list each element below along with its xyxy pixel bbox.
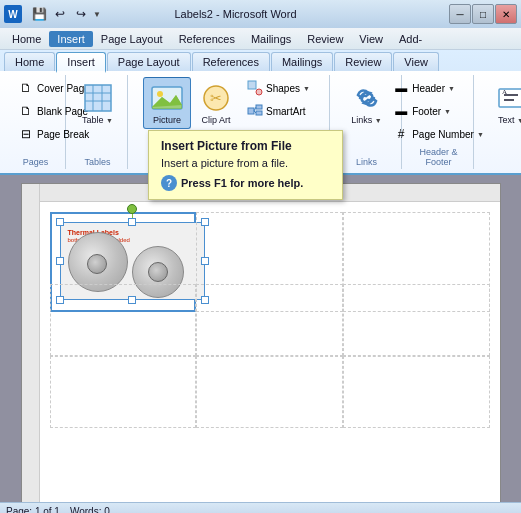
qat-undo-button[interactable]: ↩ xyxy=(51,5,69,23)
label-cell-9[interactable] xyxy=(343,356,490,428)
qat-dropdown-arrow[interactable]: ▼ xyxy=(93,10,101,19)
links-label: Links ▼ xyxy=(351,115,381,125)
rotate-handle[interactable] xyxy=(127,204,137,214)
menu-insert[interactable]: Insert xyxy=(49,31,93,47)
shapes-caret: ▼ xyxy=(303,85,310,92)
tab-references[interactable]: References xyxy=(192,52,270,71)
window-controls: ─ □ ✕ xyxy=(449,4,517,24)
header-footer-col: ▬ Header ▼ ▬ Footer ▼ # Page Number ▼ xyxy=(387,77,490,145)
header-label: Header xyxy=(412,83,445,94)
textbox-button[interactable]: A Text ▼ xyxy=(487,77,521,129)
footer-label: Footer xyxy=(412,106,441,117)
header-button[interactable]: ▬ Header ▼ xyxy=(387,77,490,99)
tab-home[interactable]: Home xyxy=(4,52,55,71)
roll-1-inner xyxy=(148,262,168,282)
menu-home[interactable]: Home xyxy=(4,31,49,47)
links-button[interactable]: Links ▼ xyxy=(343,77,391,129)
handle-top-left[interactable] xyxy=(56,218,64,226)
svg-rect-9 xyxy=(248,81,256,89)
ribbon-tabs: Home Insert Page Layout References Maili… xyxy=(0,52,521,71)
smartart-button[interactable]: SmartArt xyxy=(241,100,316,122)
picture-label: Picture xyxy=(153,115,181,125)
menu-view[interactable]: View xyxy=(351,31,391,47)
clip-art-icon: ✂ xyxy=(199,81,233,115)
handle-bottom-middle[interactable] xyxy=(128,296,136,304)
label-grid: ✛ Thermal Labels both rolls and fanfolde… xyxy=(40,202,500,502)
svg-rect-12 xyxy=(256,105,262,109)
word-count: Words: 0 xyxy=(70,506,110,513)
picture-icon xyxy=(150,81,184,115)
svg-rect-13 xyxy=(256,111,262,115)
menu-references[interactable]: References xyxy=(171,31,243,47)
maximize-button[interactable]: □ xyxy=(472,4,494,24)
svg-point-6 xyxy=(157,91,163,97)
ribbon-group-header-footer: ▬ Header ▼ ▬ Footer ▼ # Page Number ▼ He… xyxy=(404,75,474,169)
footer-caret: ▼ xyxy=(444,108,451,115)
ribbon-group-pages: 🗋 Cover Page ▼ 🗋 Blank Page ⊟ Page Break… xyxy=(6,75,66,169)
ribbon-group-tables: Table ▼ Tables xyxy=(68,75,128,169)
header-footer-group-label: Header & Footer xyxy=(410,145,467,167)
page-number-button[interactable]: # Page Number ▼ xyxy=(387,123,490,145)
menu-page-layout[interactable]: Page Layout xyxy=(93,31,171,47)
page-info: Page: 1 of 1 xyxy=(6,506,60,513)
footer-icon: ▬ xyxy=(393,103,409,119)
header-caret: ▼ xyxy=(448,85,455,92)
shapes-button[interactable]: Shapes ▼ xyxy=(241,77,316,99)
pages-group-label: Pages xyxy=(23,155,49,167)
roll-2-inner xyxy=(87,254,107,274)
document-area: ✛ Thermal Labels both rolls and fanfolde… xyxy=(0,175,521,502)
tooltip-help-text: Press F1 for more help. xyxy=(181,177,303,189)
tooltip-help: ? Press F1 for more help. xyxy=(161,175,330,191)
shapes-label: Shapes xyxy=(266,83,300,94)
header-icon: ▬ xyxy=(393,80,409,96)
ruler-left xyxy=(22,184,40,502)
textbox-icon: A xyxy=(494,81,521,115)
tab-mailings[interactable]: Mailings xyxy=(271,52,333,71)
tab-view[interactable]: View xyxy=(393,52,439,71)
blank-page-icon: 🗋 xyxy=(18,103,34,119)
minimize-button[interactable]: ─ xyxy=(449,4,471,24)
svg-rect-11 xyxy=(248,108,254,114)
menu-bar: Home Insert Page Layout References Maili… xyxy=(0,28,521,50)
label-cell-8[interactable] xyxy=(196,356,343,428)
label-cell-4[interactable] xyxy=(50,284,197,356)
page-number-icon: # xyxy=(393,126,409,142)
picture-button[interactable]: Picture xyxy=(143,77,191,129)
handle-bottom-left[interactable] xyxy=(56,296,64,304)
title-bar: W 💾 ↩ ↪ ▼ Labels2 - Microsoft Word ─ □ ✕ xyxy=(0,0,521,28)
page-number-label: Page Number xyxy=(412,129,474,140)
qat-save-button[interactable]: 💾 xyxy=(30,5,48,23)
svg-text:✂: ✂ xyxy=(210,90,222,106)
label-cell-7[interactable] xyxy=(50,356,197,428)
quick-access-toolbar: 💾 ↩ ↪ ▼ xyxy=(30,5,101,23)
clip-art-label: Clip Art xyxy=(202,115,231,125)
table-button[interactable]: Table ▼ xyxy=(74,77,122,129)
status-bar: Page: 1 of 1 Words: 0 xyxy=(0,502,521,513)
page-break-icon: ⊟ xyxy=(18,126,34,142)
clip-art-button[interactable]: ✂ Clip Art xyxy=(192,77,240,129)
table-icon xyxy=(81,81,115,115)
svg-point-10 xyxy=(256,89,262,95)
qat-redo-button[interactable]: ↪ xyxy=(72,5,90,23)
label-cell-6[interactable] xyxy=(343,284,490,356)
handle-top-middle[interactable] xyxy=(128,218,136,226)
cover-page-icon: 🗋 xyxy=(18,80,34,96)
tab-page-layout[interactable]: Page Layout xyxy=(107,52,191,71)
smartart-label: SmartArt xyxy=(266,106,305,117)
menu-add-ins[interactable]: Add- xyxy=(391,31,430,47)
handle-middle-left[interactable] xyxy=(56,257,64,265)
tab-insert[interactable]: Insert xyxy=(56,52,106,73)
handle-middle-right[interactable] xyxy=(201,257,209,265)
handle-top-right[interactable] xyxy=(201,218,209,226)
close-button[interactable]: ✕ xyxy=(495,4,517,24)
ribbon-group-text: A Text ▼ xyxy=(476,75,521,169)
tooltip-description: Insert a picture from a file. xyxy=(161,157,330,169)
footer-button[interactable]: ▬ Footer ▼ xyxy=(387,100,490,122)
textbox-label: Text ▼ xyxy=(498,115,521,125)
handle-bottom-right[interactable] xyxy=(201,296,209,304)
menu-mailings[interactable]: Mailings xyxy=(243,31,299,47)
tab-review[interactable]: Review xyxy=(334,52,392,71)
menu-review[interactable]: Review xyxy=(299,31,351,47)
links-icon xyxy=(350,81,384,115)
label-cell-5[interactable] xyxy=(196,284,343,356)
